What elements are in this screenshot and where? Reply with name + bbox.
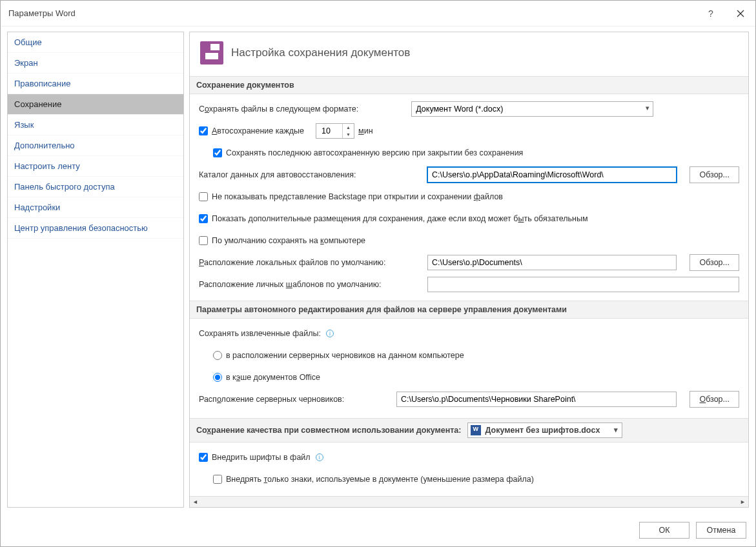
embed-fonts-checkbox[interactable] [199,453,208,462]
sidebar-item-advanced[interactable]: Дополнительно [8,135,183,156]
office-cache-radio-label: в кэше документов Office [226,373,320,382]
page-title: Настройка сохранения документов [231,46,410,59]
embed-subset-label: Внедрять только знаки, используемые в до… [226,475,534,484]
ok-button[interactable]: ОК [639,522,690,539]
hide-backstage-label: Не показывать представление Backstage пр… [212,192,503,201]
content-pane: Настройка сохранения документов Сохранен… [189,32,749,508]
word-document-icon [471,425,481,435]
sidebar-item-proofing[interactable]: Правописание [8,74,183,94]
local-files-browse-button[interactable]: Обзор... [690,254,739,271]
sidebar-item-general[interactable]: Общие [8,32,183,53]
sidebar-item-trust-center[interactable]: Центр управления безопасностью [8,218,183,239]
section-fonts-header: Сохранение качества при совместном испол… [190,418,748,443]
format-label: Сохранять файлы в следующем формате: [199,104,358,114]
word-options-dialog: Параметры Word ? Общие Экран Правописани… [0,0,756,547]
section-save-header: Сохранение документов [190,76,748,94]
cancel-button[interactable]: Отмена [696,522,746,539]
sidebar: Общие Экран Правописание Сохранение Язык… [7,32,184,508]
server-drafts-radio-label: в расположении серверных черновиков на д… [226,351,464,360]
document-select-value: Документ без шрифтов.docx [485,426,600,435]
autosave-checkbox[interactable] [199,126,208,135]
horizontal-scrollbar[interactable]: ◄ ► [190,496,748,507]
save-icon [200,41,223,65]
info-icon[interactable]: i [326,330,334,337]
local-files-path-label: Расположение локальных файлов по умолчан… [199,258,424,267]
server-drafts-browse-button[interactable]: Обзор... [690,391,739,408]
sidebar-item-addins[interactable]: Надстройки [8,197,183,218]
titlebar: Параметры Word ? [1,1,755,26]
chevron-down-icon[interactable]: ▼ [343,131,354,138]
window-title: Параметры Word [8,8,696,18]
sidebar-item-display[interactable]: Экран [8,53,183,74]
office-cache-radio[interactable] [213,373,222,382]
save-to-pc-checkbox[interactable] [199,236,208,245]
save-format-select[interactable]: Документ Word (*.docx) [411,101,653,117]
templates-path-label: Расположение личных шаблонов по умолчани… [199,280,424,289]
autosave-minutes-spinner[interactable]: ▲▼ [316,123,354,139]
scroll-left-icon[interactable]: ◄ [190,497,201,508]
info-icon[interactable]: i [316,453,323,461]
save-to-pc-label: По умолчанию сохранять на компьютере [212,236,365,245]
chevron-up-icon[interactable]: ▲ [343,124,354,131]
document-select[interactable]: Документ без шрифтов.docx [467,423,622,438]
save-checked-out-label: Сохранять извлеченные файлы: [199,329,321,338]
server-drafts-path-label: Расположение серверных черновиков: [199,395,393,404]
section-offline-header: Параметры автономного редактирования для… [190,301,748,319]
hide-backstage-checkbox[interactable] [199,192,208,201]
server-drafts-path-input[interactable] [396,392,677,407]
dialog-footer: ОК Отмена [1,514,755,546]
autorecover-path-label: Каталог данных для автовосстановления: [199,170,424,179]
embed-fonts-label: Внедрить шрифты в файл [212,453,311,462]
sidebar-item-save[interactable]: Сохранение [8,94,183,115]
close-button[interactable] [726,1,755,26]
keep-last-autosave-checkbox[interactable] [213,148,222,157]
close-icon [737,10,744,17]
server-drafts-radio[interactable] [213,351,222,360]
autorecover-path-input[interactable] [427,167,677,183]
sidebar-item-ribbon[interactable]: Настроить ленту [8,156,183,177]
autorecover-browse-button[interactable]: Обзор... [690,166,739,183]
embed-subset-checkbox[interactable] [213,475,222,484]
minutes-label: мин [358,126,373,135]
autosave-minutes-input[interactable] [316,126,342,136]
sidebar-item-language[interactable]: Язык [8,115,183,135]
scroll-right-icon[interactable]: ► [737,497,748,508]
templates-path-input[interactable] [427,277,739,292]
additional-locations-label: Показать дополнительные размещения для с… [212,214,588,223]
autosave-label: Автосохранение каждые [212,126,304,135]
keep-last-autosave-label: Сохранять последнюю автосохраненную верс… [226,148,523,157]
help-button[interactable]: ? [696,1,726,26]
additional-locations-checkbox[interactable] [199,214,208,223]
sidebar-item-qat[interactable]: Панель быстрого доступа [8,177,183,197]
local-files-path-input[interactable] [427,255,677,270]
